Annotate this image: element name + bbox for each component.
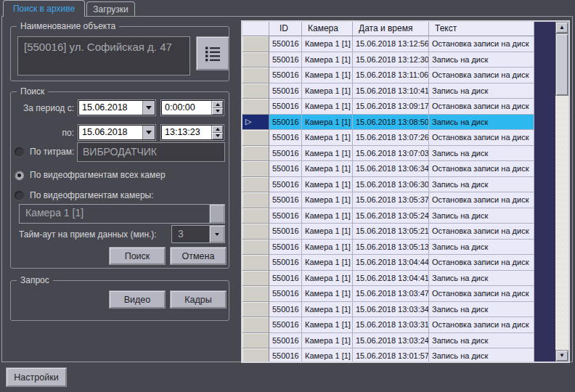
cell-camera[interactable]: Камера 1 [1] <box>302 348 353 362</box>
cell-datetime[interactable]: 15.06.2018 13:03:34 <box>353 302 429 318</box>
cell-camera[interactable]: Камера 1 [1] <box>302 130 353 146</box>
cell-camera[interactable]: Камера 1 [1] <box>302 146 353 162</box>
cell-text[interactable]: Запись на диск <box>429 348 534 362</box>
row-selector[interactable] <box>242 83 269 99</box>
radio-camera-fragments[interactable]: По видеофрагментам камеры: <box>15 190 154 200</box>
cell-id[interactable]: 550016 <box>269 83 302 99</box>
cell-text[interactable]: Остановка записи на диск <box>429 130 534 146</box>
cell-id[interactable]: 550016 <box>269 177 302 193</box>
table-row[interactable]: 550016Камера 1 [1]15.06.2018 13:05:13Зап… <box>242 240 555 256</box>
row-selector[interactable] <box>242 271 269 287</box>
tab-archive-search[interactable]: Поиск в архиве <box>3 0 85 17</box>
settings-button[interactable]: Настройки <box>6 367 67 387</box>
column-header-text[interactable]: Текст <box>429 22 534 36</box>
cell-id[interactable]: 550016 <box>269 240 302 256</box>
cell-datetime[interactable]: 15.06.2018 13:12:56 <box>353 36 429 52</box>
row-selector[interactable] <box>242 255 269 271</box>
cell-camera[interactable]: Камера 1 [1] <box>302 115 353 131</box>
row-selector[interactable] <box>242 36 269 52</box>
cell-id[interactable]: 550016 <box>269 99 302 115</box>
cell-id[interactable]: 550016 <box>269 348 302 362</box>
row-selector[interactable] <box>242 130 269 146</box>
row-selector[interactable] <box>242 52 269 68</box>
cell-datetime[interactable]: 15.06.2018 13:11:06 <box>353 68 429 83</box>
cell-text[interactable]: Запись на диск <box>429 115 534 131</box>
to-time-down-button[interactable] <box>212 133 223 140</box>
cell-datetime[interactable]: 15.06.2018 13:03:31 <box>353 317 429 333</box>
timeout-dropdown-button[interactable] <box>209 226 224 242</box>
scroll-down-button[interactable]: ▼ <box>555 350 568 362</box>
table-row[interactable]: 550016Камера 1 [1]15.06.2018 13:05:21Ост… <box>242 224 555 240</box>
table-row[interactable]: 550016Камера 1 [1]15.06.2018 13:07:03Зап… <box>242 146 555 162</box>
from-date-dropdown-button[interactable] <box>142 101 155 115</box>
cell-datetime[interactable]: 15.06.2018 13:07:03 <box>353 146 429 162</box>
cell-camera[interactable]: Камера 1 [1] <box>302 83 353 99</box>
from-time-up-button[interactable] <box>212 101 223 108</box>
object-select-button[interactable] <box>196 36 229 70</box>
row-selector[interactable] <box>242 333 269 349</box>
cell-camera[interactable]: Камера 1 [1] <box>302 271 353 287</box>
table-row[interactable]: 550016Камера 1 [1]15.06.2018 13:12:30Зап… <box>242 52 555 68</box>
cell-text[interactable]: Запись на диск <box>429 52 534 68</box>
cell-text[interactable]: Остановка записи на диск <box>429 286 534 302</box>
cell-text[interactable]: Запись на диск <box>429 240 534 256</box>
cell-camera[interactable]: Камера 1 [1] <box>302 317 353 333</box>
cell-datetime[interactable]: 15.06.2018 13:03:24 <box>353 333 429 349</box>
cell-id[interactable]: 550016 <box>269 52 302 68</box>
cell-text[interactable]: Запись на диск <box>429 83 534 99</box>
cell-datetime[interactable]: 15.06.2018 13:05:13 <box>353 240 429 256</box>
cell-camera[interactable]: Камера 1 [1] <box>302 208 353 224</box>
row-selector[interactable] <box>242 240 269 256</box>
table-row[interactable]: 550016Камера 1 [1]15.06.2018 13:09:17Ост… <box>242 99 555 115</box>
to-date-dropdown-button[interactable] <box>142 126 155 139</box>
row-selector[interactable] <box>242 208 269 224</box>
from-time-spinner[interactable]: 0:00:00 <box>161 100 224 115</box>
scrollbar-track[interactable] <box>555 96 568 350</box>
row-selector[interactable] <box>242 348 269 362</box>
cancel-button[interactable]: Отмена <box>170 247 227 265</box>
cell-camera[interactable]: Камера 1 [1] <box>302 302 353 318</box>
cell-text[interactable]: Остановка записи на диск <box>429 68 534 83</box>
scroll-up-button[interactable]: ▲ <box>555 22 568 33</box>
cell-camera[interactable]: Камера 1 [1] <box>302 68 353 83</box>
table-row[interactable]: 550016Камера 1 [1]15.06.2018 13:07:26Ост… <box>242 130 555 146</box>
table-row[interactable]: 550016Камера 1 [1]15.06.2018 13:03:34Зап… <box>242 302 555 318</box>
cell-text[interactable]: Запись на диск <box>429 271 534 287</box>
from-time-down-button[interactable] <box>212 108 223 115</box>
cell-camera[interactable]: Камера 1 [1] <box>302 99 353 115</box>
cell-datetime[interactable]: 15.06.2018 13:12:30 <box>353 52 429 68</box>
table-row[interactable]: 550016Камера 1 [1]15.06.2018 13:11:06Ост… <box>242 68 555 83</box>
cell-id[interactable]: 550016 <box>269 130 302 146</box>
table-row[interactable]: 550016Камера 1 [1]15.06.2018 13:06:34Ост… <box>242 161 555 177</box>
row-selector[interactable] <box>242 224 269 240</box>
table-row[interactable]: 550016Камера 1 [1]15.06.2018 13:05:24Зап… <box>242 208 555 224</box>
camera-combo-dropdown-button[interactable] <box>209 205 224 223</box>
table-row[interactable]: 550016Камера 1 [1]15.06.2018 13:03:24Зап… <box>242 333 555 349</box>
table-row[interactable]: ▷550016Камера 1 [1]15.06.2018 13:08:50За… <box>242 115 555 131</box>
cell-datetime[interactable]: 15.06.2018 13:09:17 <box>353 99 429 115</box>
cell-id[interactable]: 550016 <box>269 192 302 208</box>
radio-all-cameras[interactable]: По видеофрагментам всех камер <box>15 170 166 180</box>
frames-button[interactable]: Кадры <box>170 290 227 309</box>
video-button[interactable]: Видео <box>109 290 166 309</box>
cell-camera[interactable]: Камера 1 [1] <box>302 52 353 68</box>
to-time-up-button[interactable] <box>212 126 223 133</box>
cell-camera[interactable]: Камера 1 [1] <box>302 36 353 52</box>
row-selector-current[interactable]: ▷ <box>242 115 269 131</box>
cell-datetime[interactable]: 15.06.2018 13:05:37 <box>353 192 429 208</box>
cell-id[interactable]: 550016 <box>269 333 302 349</box>
timeout-combo[interactable]: 3 <box>171 225 225 243</box>
table-row[interactable]: 550016Камера 1 [1]15.06.2018 13:04:41Зап… <box>242 271 555 287</box>
cell-text[interactable]: Запись на диск <box>429 177 534 193</box>
cell-id[interactable]: 550016 <box>269 68 302 83</box>
column-header-id[interactable]: ID <box>269 22 302 36</box>
cell-datetime[interactable]: 15.06.2018 13:04:41 <box>353 271 429 287</box>
table-row[interactable]: 550016Камера 1 [1]15.06.2018 13:05:37Ост… <box>242 192 555 208</box>
cell-id[interactable]: 550016 <box>269 286 302 302</box>
cell-text[interactable]: Остановка записи на диск <box>429 255 534 271</box>
cell-text[interactable]: Остановка записи на диск <box>429 161 534 177</box>
table-row[interactable]: 550016Камера 1 [1]15.06.2018 13:06:30Зап… <box>242 177 555 193</box>
row-selector[interactable] <box>242 286 269 302</box>
cell-id[interactable]: 550016 <box>269 115 302 131</box>
cell-camera[interactable]: Камера 1 [1] <box>302 192 353 208</box>
